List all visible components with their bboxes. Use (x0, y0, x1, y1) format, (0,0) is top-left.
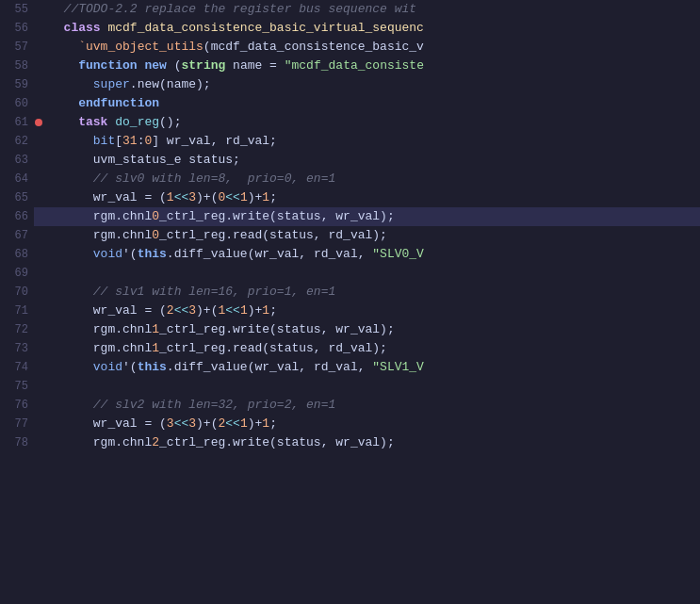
line-number: 72 (0, 320, 34, 339)
code-line: 60 endfunction (0, 94, 700, 113)
line-content: wr_val = (2<<3)+(1<<1)+1; (43, 302, 700, 320)
line-number: 78 (0, 433, 34, 452)
code-line: 75 (0, 377, 700, 396)
code-line: 76 // slv2 with len=32, prio=2, en=1 (0, 396, 700, 415)
line-content: uvm_status_e status; (43, 151, 700, 170)
breakpoint-gutter (34, 207, 43, 226)
line-number: 63 (0, 151, 34, 170)
code-line: 67 rgm.chnl0_ctrl_reg.read(status, rd_va… (0, 226, 700, 245)
code-line: 70 // slv1 with len=16, prio=1, en=1 (0, 283, 700, 302)
breakpoint-gutter (34, 19, 43, 38)
line-content: rgm.chnl1_ctrl_reg.read(status, rd_val); (43, 339, 700, 358)
line-number: 55 (0, 0, 34, 19)
line-number: 59 (0, 75, 34, 94)
breakpoint-gutter (34, 377, 43, 396)
code-line: 78 rgm.chnl2_ctrl_reg.write(status, wr_v… (0, 433, 700, 452)
line-content: task do_reg(); (43, 113, 700, 132)
breakpoint-gutter (34, 188, 43, 207)
line-number: 77 (0, 415, 34, 433)
line-number: 58 (0, 57, 34, 75)
line-content (43, 264, 700, 283)
line-number: 75 (0, 377, 34, 396)
breakpoint-gutter (34, 38, 43, 57)
breakpoint-gutter (34, 170, 43, 188)
line-content: endfunction (43, 94, 700, 113)
line-content: rgm.chnl2_ctrl_reg.write(status, wr_val)… (43, 433, 700, 452)
code-line: 74 void'(this.diff_value(wr_val, rd_val,… (0, 358, 700, 377)
line-number: 76 (0, 396, 34, 415)
breakpoint-gutter (34, 94, 43, 113)
line-number: 66 (0, 207, 34, 226)
breakpoint-gutter (34, 0, 43, 19)
code-line: 59 super.new(name); (0, 75, 700, 94)
line-content: // slv1 with len=16, prio=1, en=1 (43, 283, 700, 302)
line-content: super.new(name); (43, 75, 700, 94)
code-line: 71 wr_val = (2<<3)+(1<<1)+1; (0, 302, 700, 320)
line-content: rgm.chnl0_ctrl_reg.write(status, wr_val)… (43, 207, 700, 226)
code-line: 58 function new (string name = "mcdf_dat… (0, 57, 700, 75)
code-line: 62 bit[31:0] wr_val, rd_val; (0, 132, 700, 151)
code-line: 56 class mcdf_data_consistence_basic_vir… (0, 19, 700, 38)
line-content: void'(this.diff_value(wr_val, rd_val, "S… (43, 245, 700, 264)
line-content: bit[31:0] wr_val, rd_val; (43, 132, 700, 151)
breakpoint-gutter (34, 264, 43, 283)
code-line: 69 (0, 264, 700, 283)
breakpoint-gutter (34, 57, 43, 75)
line-content: function new (string name = "mcdf_data_c… (43, 57, 700, 75)
line-number: 68 (0, 245, 34, 264)
line-number: 73 (0, 339, 34, 358)
code-line: 64 // slv0 with len=8, prio=0, en=1 (0, 170, 700, 188)
breakpoint-gutter (34, 75, 43, 94)
line-number: 64 (0, 170, 34, 188)
code-line: 65 wr_val = (1<<3)+(0<<1)+1; (0, 188, 700, 207)
line-content: wr_val = (3<<3)+(2<<1)+1; (43, 415, 700, 433)
code-line: 57 `uvm_object_utils(mcdf_data_consisten… (0, 38, 700, 57)
line-content: class mcdf_data_consistence_basic_virtua… (43, 19, 700, 38)
breakpoint-gutter (34, 320, 43, 339)
line-content: void'(this.diff_value(wr_val, rd_val, "S… (43, 358, 700, 377)
line-content: rgm.chnl0_ctrl_reg.read(status, rd_val); (43, 226, 700, 245)
line-number: 70 (0, 283, 34, 302)
code-lines: 55 //TODO-2.2 replace the register bus s… (0, 0, 700, 452)
code-line: 66 rgm.chnl0_ctrl_reg.write(status, wr_v… (0, 207, 700, 226)
code-line: 61 task do_reg(); (0, 113, 700, 132)
line-number: 65 (0, 188, 34, 207)
breakpoint-dot (35, 119, 42, 126)
line-number: 67 (0, 226, 34, 245)
breakpoint-gutter (34, 245, 43, 264)
breakpoint-gutter (34, 396, 43, 415)
breakpoint-gutter (34, 358, 43, 377)
line-number: 60 (0, 94, 34, 113)
breakpoint-gutter (34, 339, 43, 358)
breakpoint-gutter (34, 415, 43, 433)
code-editor: 55 //TODO-2.2 replace the register bus s… (0, 0, 700, 604)
line-number: 74 (0, 358, 34, 377)
breakpoint-gutter (34, 433, 43, 452)
line-content (43, 377, 700, 396)
line-content: rgm.chnl1_ctrl_reg.write(status, wr_val)… (43, 320, 700, 339)
line-content: `uvm_object_utils(mcdf_data_consistence_… (43, 38, 700, 57)
line-content: // slv2 with len=32, prio=2, en=1 (43, 396, 700, 415)
breakpoint-gutter (34, 151, 43, 170)
breakpoint-gutter (34, 113, 43, 132)
line-number: 71 (0, 302, 34, 320)
line-number: 69 (0, 264, 34, 283)
breakpoint-gutter (34, 302, 43, 320)
code-line: 77 wr_val = (3<<3)+(2<<1)+1; (0, 415, 700, 433)
code-line: 72 rgm.chnl1_ctrl_reg.write(status, wr_v… (0, 320, 700, 339)
line-number: 56 (0, 19, 34, 38)
code-line: 63 uvm_status_e status; (0, 151, 700, 170)
line-content: // slv0 with len=8, prio=0, en=1 (43, 170, 700, 188)
line-number: 61 (0, 113, 34, 132)
line-number: 62 (0, 132, 34, 151)
line-number: 57 (0, 38, 34, 57)
breakpoint-gutter (34, 226, 43, 245)
code-line: 73 rgm.chnl1_ctrl_reg.read(status, rd_va… (0, 339, 700, 358)
line-content: wr_val = (1<<3)+(0<<1)+1; (43, 188, 700, 207)
breakpoint-gutter (34, 283, 43, 302)
breakpoint-gutter (34, 132, 43, 151)
code-line: 55 //TODO-2.2 replace the register bus s… (0, 0, 700, 19)
code-line: 68 void'(this.diff_value(wr_val, rd_val,… (0, 245, 700, 264)
line-content: //TODO-2.2 replace the register bus sequ… (43, 0, 700, 19)
